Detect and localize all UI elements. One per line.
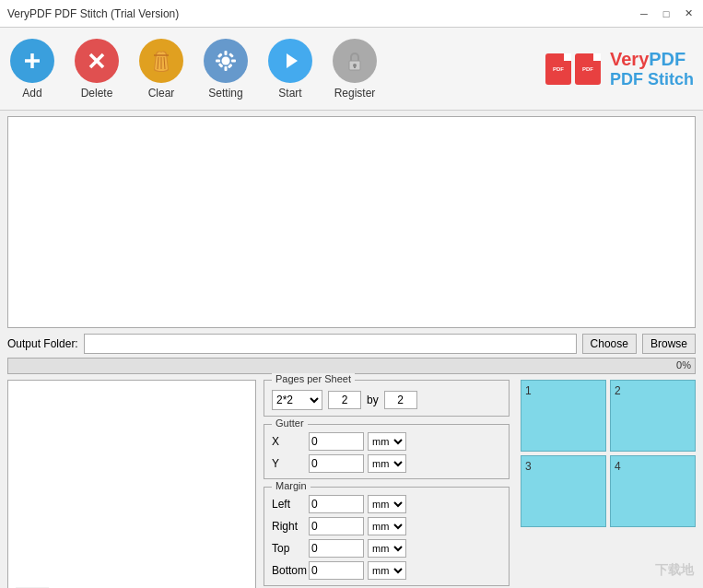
pages-per-sheet-box: Pages per Sheet 2*2 1*1 3*3 4*4 2 by 2	[264, 380, 510, 417]
margin-top-row: Top 0 mmcminpt	[272, 539, 501, 558]
svg-rect-9	[225, 51, 228, 55]
page-cell-3: 3	[521, 455, 606, 527]
output-path-input[interactable]	[84, 334, 577, 354]
svg-rect-13	[217, 53, 223, 58]
gutter-x-input[interactable]: 0	[309, 432, 364, 451]
gutter-y-label: Y	[272, 457, 305, 470]
setting-icon	[204, 39, 248, 83]
logo-pdf: PDF	[649, 49, 685, 70]
add-label: Add	[22, 87, 41, 100]
setting-button[interactable]: Setting	[203, 39, 249, 100]
margin-left-label: Left	[272, 498, 305, 511]
register-button[interactable]: Register	[332, 39, 378, 100]
title-bar: VeryPDF PDF Stitch (Trial Version) ─ □ ✕	[0, 0, 703, 28]
svg-point-8	[222, 56, 230, 65]
margin-left-row: Left 0 mmcminpt	[272, 495, 501, 513]
margin-left-unit[interactable]: mmcminpt	[368, 495, 406, 513]
clear-label: Clear	[148, 87, 175, 100]
page-cell-4: 4	[610, 455, 696, 527]
browse-button[interactable]: Browse	[642, 334, 696, 354]
gutter-box: Gutter X 0 mmcminpt Y 0 mmcminpt	[264, 424, 510, 479]
logo-top: PDF PDF VeryPDF PDF Stitch	[545, 49, 694, 89]
margin-right-row: Right 0 mmcminpt	[272, 517, 501, 535]
gutter-x-row: X 0 mmcminpt	[272, 432, 501, 451]
margin-right-label: Right	[272, 520, 305, 533]
margin-right-unit[interactable]: mmcminpt	[368, 517, 406, 535]
gutter-x-unit[interactable]: mmcminpt	[368, 432, 406, 451]
svg-rect-14	[228, 63, 233, 68]
toolbar: Add Delete Clear	[0, 28, 703, 111]
margin-bottom-label: Bottom	[272, 564, 305, 577]
page-grid: 1 2 3 4	[521, 380, 696, 527]
svg-rect-16	[228, 53, 234, 58]
start-icon	[268, 39, 312, 83]
pages-rows-input[interactable]: 2	[384, 391, 417, 409]
register-icon	[333, 39, 377, 83]
svg-rect-20	[354, 65, 356, 68]
logo-subtitle: PDF Stitch	[610, 70, 694, 88]
by-label: by	[367, 394, 379, 406]
window-title: VeryPDF PDF Stitch (Trial Version)	[7, 7, 637, 20]
margin-bottom-unit[interactable]: mmcminpt	[368, 561, 406, 580]
margin-right-input[interactable]: 0	[309, 517, 364, 535]
gutter-legend: Gutter	[272, 417, 308, 429]
margin-left-input[interactable]: 0	[309, 495, 364, 513]
start-label: Start	[278, 87, 301, 100]
svg-rect-11	[216, 59, 220, 62]
logo-pdf-icon-1: PDF	[545, 53, 571, 85]
maximize-button[interactable]: □	[659, 6, 674, 21]
margin-bottom-row: Bottom 0 mmcminpt	[272, 561, 501, 580]
output-folder-row: Output Folder: Choose Browse	[7, 334, 696, 354]
margin-box: Margin Left 0 mmcminpt Right 0 mmcminpt	[264, 487, 510, 586]
margin-bottom-input[interactable]: 0	[309, 561, 364, 580]
minimize-button[interactable]: ─	[637, 6, 651, 21]
close-button[interactable]: ✕	[681, 6, 696, 21]
window-controls: ─ □ ✕	[637, 6, 696, 21]
gutter-y-unit[interactable]: mmcminpt	[368, 454, 406, 473]
delete-label: Delete	[81, 87, 113, 100]
progress-label: 0%	[676, 359, 691, 370]
add-button[interactable]: Add	[9, 39, 55, 100]
preview-panel	[7, 380, 256, 588]
register-label: Register	[334, 87, 376, 100]
add-icon	[10, 39, 54, 83]
margin-top-label: Top	[272, 542, 305, 555]
svg-rect-12	[231, 59, 236, 62]
clear-icon	[139, 39, 183, 83]
svg-rect-10	[225, 66, 228, 71]
margin-top-unit[interactable]: mmcminpt	[368, 539, 406, 558]
logo-pdf-icon-2: PDF	[575, 53, 601, 85]
setting-label: Setting	[208, 87, 242, 100]
delete-icon	[75, 39, 119, 83]
margin-legend: Margin	[272, 480, 310, 491]
gutter-x-label: X	[272, 435, 305, 448]
gutter-y-row: Y 0 mmcminpt	[272, 454, 501, 473]
page-cell-2: 2	[610, 380, 696, 452]
progress-bar-container: 0%	[7, 358, 696, 374]
settings-panel: Pages per Sheet 2*2 1*1 3*3 4*4 2 by 2 G…	[264, 380, 510, 588]
logo-very: Very	[610, 49, 649, 70]
svg-marker-17	[287, 53, 298, 68]
file-list[interactable]	[7, 116, 696, 328]
delete-button[interactable]: Delete	[74, 39, 120, 100]
gutter-y-input[interactable]: 0	[309, 454, 364, 473]
page-cell-1: 1	[521, 380, 606, 452]
pages-per-sheet-row: 2*2 1*1 3*3 4*4 2 by 2	[272, 390, 501, 410]
pages-cols-input[interactable]: 2	[328, 391, 361, 409]
output-folder-label: Output Folder:	[7, 337, 78, 350]
main-panel: Output Folder: Choose Browse 0% Pages pe…	[0, 111, 703, 588]
margin-top-input[interactable]: 0	[309, 539, 364, 558]
bottom-panel: Pages per Sheet 2*2 1*1 3*3 4*4 2 by 2 G…	[7, 380, 696, 588]
pages-per-sheet-legend: Pages per Sheet	[272, 373, 355, 384]
choose-button[interactable]: Choose	[582, 334, 637, 354]
start-button[interactable]: Start	[267, 39, 313, 100]
logo-icons: PDF PDF	[545, 53, 601, 85]
clear-button[interactable]: Clear	[138, 39, 184, 100]
logo: PDF PDF VeryPDF PDF Stitch	[545, 49, 694, 89]
pages-per-sheet-select[interactable]: 2*2 1*1 3*3 4*4	[272, 390, 322, 410]
